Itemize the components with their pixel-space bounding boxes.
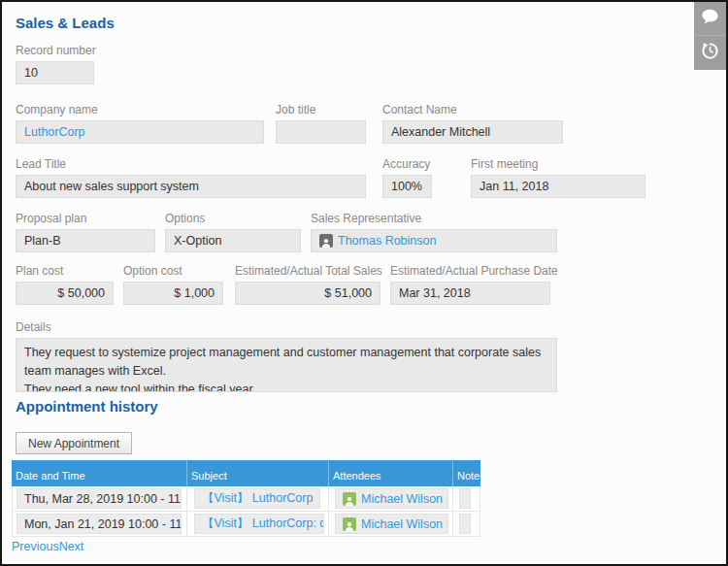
column-header-attendees: Attendees bbox=[329, 460, 453, 486]
cell-date-time: Thu, Mar 28, 2019 10:00 - 11:00 bbox=[12, 486, 187, 511]
comments-button[interactable] bbox=[694, 2, 726, 36]
field-contact-name: Contact Name Alexander Mitchell bbox=[382, 103, 563, 144]
company-name-link[interactable]: LuthorCorp bbox=[24, 125, 85, 139]
cell-notes bbox=[453, 486, 480, 511]
estimated-purchase-date-value: Mar 31, 2018 bbox=[390, 282, 550, 305]
proposal-plan-value: Plan-B bbox=[16, 229, 155, 252]
side-toolbar bbox=[694, 2, 726, 70]
estimated-total-sales-value: $ 51,000 bbox=[235, 282, 381, 305]
record-number-text: 10 bbox=[24, 66, 38, 80]
cell-subject: 【Visit】 LuthorCorp: d... bbox=[187, 512, 329, 536]
field-accuracy: Accuracy 100% bbox=[382, 157, 432, 198]
date-time-value: Mon, Jan 21, 2019 10:00 - 11:00 bbox=[17, 514, 182, 534]
estimated-purchase-date-text: Mar 31, 2018 bbox=[399, 286, 471, 300]
record-number-label: Record number bbox=[16, 44, 94, 57]
first-meeting-value: Jan 11, 2018 bbox=[471, 175, 645, 198]
proposal-plan-label: Proposal plan bbox=[16, 212, 155, 225]
options-label: Options bbox=[165, 212, 301, 225]
option-cost-label: Option cost bbox=[123, 264, 223, 278]
options-value: X-Option bbox=[165, 229, 301, 252]
appointment-table: Date and Time Subject Attendees Notes Th… bbox=[12, 460, 480, 537]
subject-link[interactable]: 【Visit】 LuthorCorp: d... bbox=[202, 516, 324, 532]
column-header-date-time: Date and Time bbox=[12, 460, 187, 486]
cell-notes bbox=[453, 512, 480, 536]
details-label: Details bbox=[16, 320, 557, 334]
page-title: Sales & Leads bbox=[16, 15, 115, 31]
date-time-text: Mon, Jan 21, 2019 10:00 - 11:00 bbox=[24, 517, 182, 531]
attendee-icon bbox=[343, 492, 356, 506]
attendee-icon bbox=[343, 517, 356, 531]
accuracy-value: 100% bbox=[382, 175, 432, 198]
contact-name-value: Alexander Mitchell bbox=[382, 120, 563, 144]
first-meeting-label: First meeting bbox=[471, 157, 645, 171]
attendees-value: Michael Wilson ... bbox=[335, 514, 448, 534]
date-time-text: Thu, Mar 28, 2019 10:00 - 11:00 bbox=[24, 492, 182, 506]
user-icon bbox=[319, 234, 333, 248]
new-appointment-button[interactable]: New Appointment bbox=[16, 432, 132, 454]
record-detail-page: Sales & Leads Record number 1 bbox=[0, 0, 728, 566]
lead-title-label: Lead Title bbox=[16, 157, 366, 171]
field-job-title: Job title bbox=[276, 103, 366, 144]
company-name-value: LuthorCorp bbox=[16, 120, 264, 144]
options-text: X-Option bbox=[174, 234, 221, 248]
option-cost-value: $ 1,000 bbox=[123, 282, 223, 305]
first-meeting-text: Jan 11, 2018 bbox=[480, 180, 548, 193]
record-number-value: 10 bbox=[16, 61, 94, 84]
lead-title-text: About new sales support system bbox=[24, 180, 199, 193]
table-row: Mon, Jan 21, 2019 10:00 - 11:00 【Visit】 … bbox=[12, 512, 480, 537]
field-first-meeting: First meeting Jan 11, 2018 bbox=[471, 157, 645, 198]
cell-attendees: Michael Wilson ... bbox=[329, 512, 453, 536]
notes-value bbox=[459, 514, 471, 534]
field-record-number: Record number 10 bbox=[16, 44, 94, 84]
plan-cost-text: $ 50,000 bbox=[57, 286, 105, 300]
field-sales-representative: Sales Representative Thomas Robinson bbox=[311, 212, 557, 252]
history-clock-icon bbox=[701, 42, 719, 64]
accuracy-label: Accuracy bbox=[382, 157, 432, 171]
subject-value: 【Visit】 LuthorCorp bbox=[194, 488, 320, 509]
field-estimated-purchase-date: Estimated/Actual Purchase Date Mar 31, 2… bbox=[390, 264, 550, 305]
field-details: Details They request to systemize projec… bbox=[16, 320, 557, 392]
column-header-subject: Subject bbox=[187, 460, 329, 486]
notes-value bbox=[459, 488, 471, 509]
next-link[interactable]: Next bbox=[59, 540, 84, 553]
contact-name-label: Contact Name bbox=[382, 103, 563, 117]
field-lead-title: Lead Title About new sales support syste… bbox=[16, 157, 366, 198]
estimated-total-sales-text: $ 51,000 bbox=[324, 286, 372, 300]
company-name-label: Company name bbox=[16, 103, 264, 117]
process-history-button[interactable] bbox=[694, 36, 726, 70]
plan-cost-label: Plan cost bbox=[16, 264, 114, 278]
estimated-purchase-date-label: Estimated/Actual Purchase Date bbox=[390, 264, 550, 278]
job-title-label: Job title bbox=[276, 103, 366, 117]
field-plan-cost: Plan cost $ 50,000 bbox=[16, 264, 114, 305]
date-time-value: Thu, Mar 28, 2019 10:00 - 11:00 bbox=[17, 488, 182, 509]
previous-link[interactable]: Previous bbox=[12, 540, 59, 553]
accuracy-text: 100% bbox=[391, 180, 422, 193]
sales-representative-label: Sales Representative bbox=[311, 212, 557, 225]
subject-value: 【Visit】 LuthorCorp: d... bbox=[194, 514, 324, 534]
sales-representative-value: Thomas Robinson bbox=[311, 229, 557, 252]
attendee-link[interactable]: Michael Wilson ... bbox=[361, 492, 448, 506]
field-options: Options X-Option bbox=[165, 212, 301, 252]
attendees-value: Michael Wilson ... bbox=[335, 488, 448, 509]
table-row: Thu, Mar 28, 2019 10:00 - 11:00 【Visit】 … bbox=[12, 486, 480, 512]
contact-name-text: Alexander Mitchell bbox=[391, 125, 490, 139]
job-title-value bbox=[276, 120, 366, 144]
pagination: PreviousNext bbox=[12, 540, 83, 553]
field-option-cost: Option cost $ 1,000 bbox=[123, 264, 223, 305]
plan-cost-value: $ 50,000 bbox=[16, 282, 114, 305]
appointment-table-header: Date and Time Subject Attendees Notes bbox=[12, 460, 480, 486]
sales-representative-link[interactable]: Thomas Robinson bbox=[338, 234, 436, 248]
subject-link[interactable]: 【Visit】 LuthorCorp bbox=[202, 490, 313, 507]
cell-date-time: Mon, Jan 21, 2019 10:00 - 11:00 bbox=[12, 512, 187, 536]
field-estimated-total-sales: Estimated/Actual Total Sales $ 51,000 bbox=[235, 264, 381, 305]
lead-title-value: About new sales support system bbox=[16, 175, 366, 198]
attendee-link[interactable]: Michael Wilson ... bbox=[361, 517, 448, 531]
cell-subject: 【Visit】 LuthorCorp bbox=[187, 486, 329, 511]
column-header-notes: Notes bbox=[453, 460, 480, 486]
option-cost-text: $ 1,000 bbox=[174, 286, 215, 300]
appointment-history-title: Appointment history bbox=[16, 398, 158, 415]
field-company-name: Company name LuthorCorp bbox=[16, 103, 264, 144]
field-proposal-plan: Proposal plan Plan-B bbox=[16, 212, 155, 252]
proposal-plan-text: Plan-B bbox=[24, 234, 61, 248]
speech-bubble-icon bbox=[701, 9, 719, 29]
